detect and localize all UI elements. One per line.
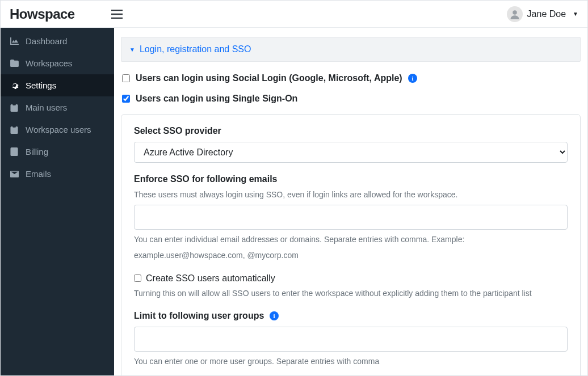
auto-create-help: Turning this on will allow all SSO users… (134, 287, 568, 299)
svg-rect-4 (12, 125, 16, 128)
sidebar-item-workspaces[interactable]: Workspaces (1, 52, 114, 74)
sso-login-checkbox[interactable] (122, 95, 130, 103)
social-login-checkbox[interactable] (122, 74, 130, 82)
user-name: Jane Doe (527, 9, 566, 19)
sidebar-item-label: Billing (26, 147, 48, 157)
sso-provider-label: Select SSO provider (134, 126, 568, 136)
content: ▼ Login, registration and SSO Users can … (114, 28, 587, 375)
enforce-sso-label: Enforce SSO for following emails (134, 174, 568, 184)
label-text: Limit to following user groups (134, 311, 264, 321)
hint-line: You can enter individual email addresses… (134, 233, 568, 246)
user-menu[interactable]: Jane Doe ▼ (507, 6, 578, 22)
user-groups-input[interactable] (134, 327, 568, 352)
caret-down-icon: ▼ (573, 11, 578, 17)
caret-down-icon: ▼ (129, 47, 135, 53)
sidebar-item-label: Settings (26, 81, 56, 90)
svg-rect-3 (10, 126, 18, 134)
enforce-sso-hint: You can enter individual email addresses… (134, 233, 568, 262)
info-icon[interactable]: i (270, 311, 279, 320)
envelope-icon (10, 171, 19, 178)
info-icon[interactable]: i (408, 74, 417, 83)
sso-login-label[interactable]: Users can login using Single Sign-On (136, 94, 297, 104)
svg-rect-1 (10, 104, 18, 112)
logo: Howspace (10, 6, 75, 22)
sidebar-item-main-users[interactable]: Main users (1, 96, 114, 119)
enforce-sso-input[interactable] (134, 205, 568, 230)
sidebar-item-label: Main users (26, 103, 67, 112)
menu-icon (111, 10, 123, 19)
sidebar-item-dashboard[interactable]: Dashboard (1, 30, 114, 52)
panel-toggle-login-sso[interactable]: ▼ Login, registration and SSO (121, 37, 581, 62)
svg-text:i: i (274, 312, 275, 319)
sidebar-item-label: Workspace users (26, 125, 91, 134)
user-badge-icon (10, 125, 19, 134)
sidebar-item-emails[interactable]: Emails (1, 163, 114, 185)
svg-text:i: i (411, 75, 413, 82)
svg-rect-2 (12, 103, 16, 105)
user-groups-hint: You can enter one or more user groups. S… (134, 355, 568, 367)
chart-area-icon (10, 37, 19, 45)
sidebar-item-workspace-users[interactable]: Workspace users (1, 119, 114, 141)
menu-toggle[interactable] (111, 10, 123, 19)
avatar (507, 6, 523, 22)
hint-line: example.user@howspace.com, @mycorp.com (134, 249, 568, 261)
user-badge-icon (10, 103, 19, 112)
gear-icon (10, 81, 19, 90)
auto-create-label[interactable]: Create SSO users automatically (146, 273, 275, 284)
sidebar-item-label: Workspaces (26, 58, 72, 68)
folder-icon (10, 60, 19, 67)
sidebar-item-label: Dashboard (26, 36, 67, 46)
sso-provider-select[interactable]: Azure Active Directory (134, 142, 568, 163)
book-icon (10, 147, 19, 156)
sso-settings-box: Select SSO provider Azure Active Directo… (121, 114, 581, 375)
user-groups-label: Limit to following user groups i (134, 311, 279, 321)
social-login-label[interactable]: Users can login using Social Login (Goog… (136, 73, 402, 83)
enforce-sso-help: These users must always login using SSO,… (134, 190, 568, 199)
user-icon (510, 9, 520, 19)
svg-point-0 (513, 10, 517, 15)
sidebar: Dashboard Workspaces Settings Main users… (1, 28, 114, 375)
sidebar-item-billing[interactable]: Billing (1, 141, 114, 163)
sidebar-item-settings[interactable]: Settings (1, 74, 114, 96)
auto-create-checkbox[interactable] (134, 274, 141, 282)
panel-title: Login, registration and SSO (140, 44, 251, 54)
sidebar-item-label: Emails (26, 169, 51, 179)
